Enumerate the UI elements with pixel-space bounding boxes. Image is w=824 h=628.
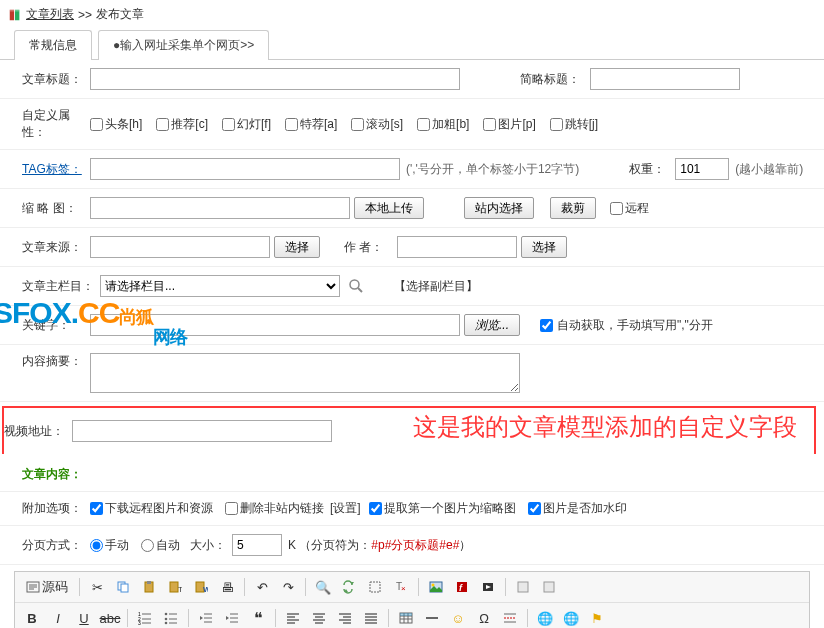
attr-跳转[j][interactable]: 跳转[j] xyxy=(550,116,598,133)
input-page-size[interactable] xyxy=(232,534,282,556)
cb-attr[interactable] xyxy=(90,118,103,131)
align-right-icon[interactable] xyxy=(334,607,356,628)
cb-attr[interactable] xyxy=(550,118,563,131)
paste-text-icon[interactable]: T xyxy=(164,576,186,598)
bullist-icon[interactable] xyxy=(160,607,182,628)
addon1-icon[interactable] xyxy=(512,576,534,598)
opt2[interactable]: 删除非站内链接 xyxy=(225,500,324,517)
cb-autokw[interactable] xyxy=(540,319,553,332)
radio-manual-wrap[interactable]: 手动 xyxy=(90,537,129,554)
textarea-summary[interactable] xyxy=(90,353,520,393)
btn-upload[interactable]: 本地上传 xyxy=(354,197,424,219)
input-tag[interactable] xyxy=(90,158,400,180)
anchor-icon[interactable]: ⚑ xyxy=(586,607,608,628)
btn-crop[interactable]: 裁剪 xyxy=(550,197,596,219)
input-weight[interactable] xyxy=(675,158,729,180)
tab-collect[interactable]: ●输入网址采集单个网页>> xyxy=(98,30,269,60)
tab-general[interactable]: 常规信息 xyxy=(14,30,92,60)
input-short-title[interactable] xyxy=(590,68,740,90)
addon2-icon[interactable] xyxy=(538,576,560,598)
cb-opt1[interactable] xyxy=(90,502,103,515)
cb-attr[interactable] xyxy=(285,118,298,131)
input-keywords[interactable] xyxy=(90,314,460,336)
cut-icon[interactable]: ✂ xyxy=(86,576,108,598)
align-center-icon[interactable] xyxy=(308,607,330,628)
cb-attr[interactable] xyxy=(156,118,169,131)
svg-rect-2 xyxy=(10,9,20,11)
strike-icon[interactable]: abc xyxy=(99,607,121,628)
align-left-icon[interactable] xyxy=(282,607,304,628)
opt4[interactable]: 图片是否加水印 xyxy=(528,500,627,517)
smiley-icon[interactable]: ☺ xyxy=(447,607,469,628)
cb-opt2[interactable] xyxy=(225,502,238,515)
label-tag[interactable]: TAG标签： xyxy=(22,161,90,178)
unlink-icon[interactable]: 🌐 xyxy=(560,607,582,628)
select-column[interactable]: 请选择栏目... xyxy=(100,275,340,297)
flash-icon[interactable]: f xyxy=(451,576,473,598)
attr-幻灯[f][interactable]: 幻灯[f] xyxy=(222,116,271,133)
attr-推荐[c][interactable]: 推荐[c] xyxy=(156,116,208,133)
cb-opt3[interactable] xyxy=(369,502,382,515)
cb-autokw-wrap[interactable]: 自动获取，手动填写用","分开 xyxy=(540,317,713,334)
attr-加粗[b][interactable]: 加粗[b] xyxy=(417,116,469,133)
source-icon xyxy=(26,580,40,594)
cb-attr[interactable] xyxy=(483,118,496,131)
cb-remote[interactable] xyxy=(610,202,623,215)
input-video-url[interactable] xyxy=(72,420,332,442)
underline-icon[interactable]: U xyxy=(73,607,95,628)
table-icon[interactable] xyxy=(395,607,417,628)
btn-select-source[interactable]: 选择 xyxy=(274,236,320,258)
numlist-icon[interactable]: 123 xyxy=(134,607,156,628)
attr-text: 图片[p] xyxy=(498,116,535,133)
input-thumb[interactable] xyxy=(90,197,350,219)
attr-头条[h][interactable]: 头条[h] xyxy=(90,116,142,133)
paste-word-icon[interactable]: W xyxy=(190,576,212,598)
attr-图片[p][interactable]: 图片[p] xyxy=(483,116,535,133)
removefmt-icon[interactable]: T× xyxy=(390,576,412,598)
input-title[interactable] xyxy=(90,68,460,90)
replace-icon[interactable] xyxy=(338,576,360,598)
blockquote-icon[interactable]: ❝ xyxy=(247,607,269,628)
cb-attr[interactable] xyxy=(417,118,430,131)
find-icon[interactable]: 🔍 xyxy=(312,576,334,598)
cb-attr[interactable] xyxy=(351,118,364,131)
redo-icon[interactable]: ↷ xyxy=(277,576,299,598)
breadcrumb-list[interactable]: 文章列表 xyxy=(26,6,74,23)
btn-browse[interactable]: 浏览... xyxy=(464,314,520,336)
outdent-icon[interactable] xyxy=(195,607,217,628)
opt3[interactable]: 提取第一个图片为缩略图 xyxy=(369,500,516,517)
pagebreak-icon[interactable] xyxy=(499,607,521,628)
toolbar-row-1: 源码 ✂ T W 🖶 ↶ ↷ 🔍 T× f xyxy=(15,572,809,603)
italic-icon[interactable]: I xyxy=(47,607,69,628)
print-icon[interactable]: 🖶 xyxy=(216,576,238,598)
link-icon[interactable]: 🌐 xyxy=(534,607,556,628)
input-source[interactable] xyxy=(90,236,270,258)
attr-特荐[a][interactable]: 特荐[a] xyxy=(285,116,337,133)
media-icon[interactable] xyxy=(477,576,499,598)
input-author[interactable] xyxy=(397,236,517,258)
sub-column-link[interactable]: 【选择副栏目】 xyxy=(394,278,478,295)
radio-auto[interactable] xyxy=(141,539,154,552)
btn-site-select[interactable]: 站内选择 xyxy=(464,197,534,219)
cb-opt4[interactable] xyxy=(528,502,541,515)
cb-remote-wrap[interactable]: 远程 xyxy=(610,200,649,217)
radio-auto-wrap[interactable]: 自动 xyxy=(141,537,180,554)
specialchar-icon[interactable]: Ω xyxy=(473,607,495,628)
copy-icon[interactable] xyxy=(112,576,134,598)
search-icon[interactable] xyxy=(348,278,364,294)
undo-icon[interactable]: ↶ xyxy=(251,576,273,598)
align-justify-icon[interactable] xyxy=(360,607,382,628)
source-button[interactable]: 源码 xyxy=(21,576,73,598)
image-icon[interactable] xyxy=(425,576,447,598)
hr-icon[interactable] xyxy=(421,607,443,628)
indent-icon[interactable] xyxy=(221,607,243,628)
btn-select-author[interactable]: 选择 xyxy=(521,236,567,258)
attr-滚动[s][interactable]: 滚动[s] xyxy=(351,116,403,133)
paste-icon[interactable] xyxy=(138,576,160,598)
opt1[interactable]: 下载远程图片和资源 xyxy=(90,500,213,517)
cb-attr[interactable] xyxy=(222,118,235,131)
bold-icon[interactable]: B xyxy=(21,607,43,628)
opt-set-link[interactable]: [设置] xyxy=(330,500,361,517)
selectall-icon[interactable] xyxy=(364,576,386,598)
radio-manual[interactable] xyxy=(90,539,103,552)
